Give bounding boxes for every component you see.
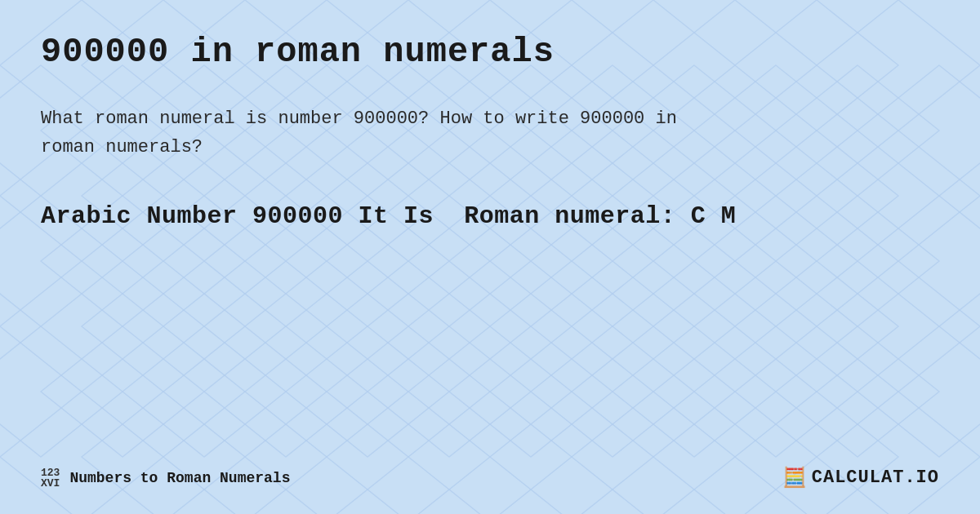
description-text: What roman numeral is number 900000? How… bbox=[41, 104, 939, 162]
footer-left: 123 XVI Numbers to Roman Numerals bbox=[41, 467, 290, 489]
result-display: Arabic Number 900000 It Is Roman numeral… bbox=[41, 202, 939, 230]
result-label: Arabic Number bbox=[41, 202, 238, 230]
result-value: C M bbox=[691, 202, 737, 230]
description-line1: What roman numeral is number 900000? How… bbox=[41, 109, 677, 129]
result-section: Arabic Number 900000 It Is Roman numeral… bbox=[41, 202, 939, 230]
logo-top-number: 123 bbox=[41, 467, 60, 478]
footer: 123 XVI Numbers to Roman Numerals 🧮 CALC… bbox=[41, 466, 939, 490]
footer-site-name: Numbers to Roman Numerals bbox=[69, 470, 290, 486]
numbers-logo-icon: 123 XVI bbox=[41, 467, 60, 489]
result-number: 900000 bbox=[252, 202, 343, 230]
description-line2: roman numerals? bbox=[41, 137, 203, 157]
brand-text: CALCULAT.IO bbox=[812, 467, 939, 488]
result-type: Roman numeral: bbox=[464, 202, 675, 230]
page-title: 900000 in roman numerals bbox=[41, 33, 939, 72]
result-connector: It Is bbox=[359, 202, 434, 230]
calculator-icon: 🧮 bbox=[782, 466, 807, 490]
logo-bottom-roman: XVI bbox=[41, 478, 60, 489]
footer-right: 🧮 CALCULAT.IO bbox=[782, 466, 939, 490]
calculat-brand: CALCULAT.IO bbox=[812, 467, 939, 488]
